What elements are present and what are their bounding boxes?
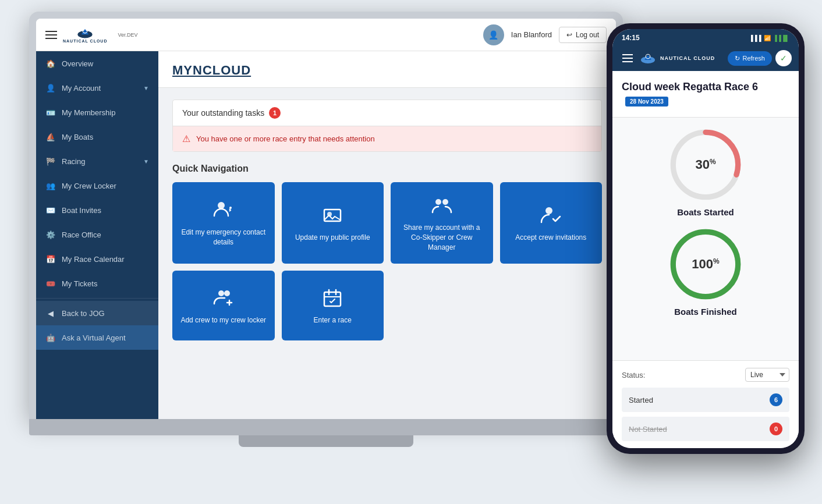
sidebar-item-my-tickets[interactable]: 🎟️ My Tickets	[36, 271, 158, 296]
phone-race-header: Cloud week Regatta Race 6 28 Nov 2023	[612, 71, 799, 118]
sidebar-item-my-account[interactable]: 👤 My Account ▼	[36, 76, 158, 100]
ticket-icon: 🎟️	[45, 278, 56, 289]
person-check-icon	[539, 204, 562, 227]
svg-point-2	[218, 202, 225, 209]
sidebar-item-boat-invites[interactable]: ✉️ Boat Invites	[36, 198, 158, 222]
hamburger-icon[interactable]	[45, 31, 57, 39]
logout-label: Log out	[576, 31, 599, 39]
sidebar-divider	[36, 298, 158, 299]
svg-point-8	[545, 207, 552, 214]
svg-rect-12	[622, 54, 633, 55]
phone-hamburger-icon[interactable]	[619, 50, 636, 66]
not-started-label: Not Started	[629, 425, 667, 434]
laptop-screen: NAUTICAL CLOUD Ver.DEV 👤 Ian Blanford ↩ …	[36, 19, 616, 419]
edit-emergency-label: Edit my emergency contact details	[179, 228, 268, 247]
sidebar: 🏠 Overview 👤 My Account ▼ 🪪 My Membershi…	[36, 51, 158, 419]
sidebar-item-my-membership[interactable]: 🪪 My Membership	[36, 100, 158, 125]
version-badge: Ver.DEV	[118, 32, 137, 38]
quick-nav-card-edit-emergency[interactable]: Edit my emergency contact details	[172, 182, 275, 264]
status-select[interactable]: Live Finished	[745, 368, 789, 382]
quick-nav-card-add-crew[interactable]: Add crew to my crew locker	[172, 271, 275, 340]
person-icon: 👤	[45, 83, 56, 93]
svg-point-10	[224, 290, 230, 296]
app-topbar: NAUTICAL CLOUD Ver.DEV 👤 Ian Blanford ↩ …	[36, 19, 616, 51]
phone-content: Cloud week Regatta Race 6 28 Nov 2023	[612, 71, 799, 360]
quick-nav-title: Quick Navigation	[172, 164, 602, 174]
phone-refresh-button[interactable]: ↻ Refresh	[728, 51, 772, 66]
laptop-mockup: NAUTICAL CLOUD Ver.DEV 👤 Ian Blanford ↩ …	[29, 12, 623, 466]
boats-finished-pct: 100%	[692, 257, 719, 272]
not-started-row: Not Started 0	[622, 417, 789, 441]
alert-row: ⚠ You have one or more race entry that n…	[173, 126, 601, 151]
sidebar-item-racing[interactable]: 🏁 Racing ▼	[36, 149, 158, 173]
robot-icon: 🤖	[45, 332, 56, 343]
phone-inner: 14:15 ▐▐▐ 📶 ▐▐▐▌ NAUTICAL CLOUD	[612, 29, 799, 448]
sidebar-my-crew-locker-label: My Crew Locker	[62, 182, 149, 190]
sidebar-ask-virtual-agent-label: Ask a Virtual Agent	[62, 333, 149, 342]
phone-logo-text: NAUTICAL CLOUD	[660, 55, 715, 61]
logo-text: NAUTICAL CLOUD	[63, 39, 107, 43]
race-title-text: Cloud week Regatta Race 6	[622, 81, 758, 93]
enter-race-label: Enter a race	[314, 315, 352, 325]
boats-started-label: Boats Started	[677, 207, 734, 217]
phone-nav-bar: NAUTICAL CLOUD ↻ Refresh ✓	[612, 45, 799, 71]
card-icon: 🪪	[45, 107, 56, 118]
tasks-header: Your outstanding tasks 1	[173, 100, 601, 126]
logout-icon: ↩	[566, 31, 572, 39]
refresh-icon: ↻	[735, 55, 740, 62]
started-count-badge: 6	[770, 393, 782, 406]
sidebar-item-ask-virtual-agent[interactable]: 🤖 Ask a Virtual Agent	[36, 325, 158, 350]
phone-stats: 30% Boats Started 100% Boats Finishe	[612, 118, 799, 326]
sidebar-my-race-calendar-label: My Race Calendar	[62, 255, 149, 264]
phone-mockup: 14:15 ▐▐▐ 📶 ▐▐▐▌ NAUTICAL CLOUD	[607, 23, 805, 454]
warning-icon: ⚠	[182, 133, 190, 144]
status-icons: ▐▐▐ 📶 ▐▐▐▌	[749, 35, 789, 41]
people-add-icon	[212, 286, 235, 310]
phone-nav-actions: ↻ Refresh ✓	[728, 50, 792, 66]
svg-point-7	[442, 199, 448, 205]
sidebar-item-my-race-calendar[interactable]: 📅 My Race Calendar	[36, 247, 158, 271]
sidebar-race-office-label: Race Office	[62, 230, 149, 239]
sidebar-overview-label: Overview	[62, 59, 149, 68]
phone-nav-logo: NAUTICAL CLOUD	[619, 50, 715, 66]
sidebar-item-back-to-jog[interactable]: ◀ Back to JOG	[36, 301, 158, 325]
svg-rect-13	[622, 58, 633, 59]
sidebar-item-overview[interactable]: 🏠 Overview	[36, 51, 158, 76]
logout-button[interactable]: ↩ Log out	[559, 27, 607, 43]
svg-point-3	[229, 207, 232, 209]
sidebar-racing-label: Racing	[62, 157, 137, 166]
chevron-down-icon: ▼	[143, 85, 149, 91]
quick-nav-card-enter-race[interactable]: Enter a race	[282, 271, 384, 340]
svg-rect-14	[622, 61, 633, 62]
quick-nav-card-share-account[interactable]: Share my account with a Co-Skipper or Cr…	[391, 182, 493, 264]
calendar-icon: 📅	[45, 254, 56, 264]
mail-icon: ✉️	[45, 205, 56, 215]
svg-point-6	[435, 199, 441, 205]
sidebar-item-race-office[interactable]: ⚙️ Race Office	[36, 222, 158, 247]
calendar-edit-icon	[321, 286, 344, 310]
quick-nav-section: Quick Navigation	[172, 164, 602, 340]
race-date-badge: 28 Nov 2023	[625, 97, 668, 107]
phone-time: 14:15	[622, 34, 640, 42]
home-icon: 🏠	[45, 58, 56, 69]
sidebar-back-to-jog-label: Back to JOG	[62, 309, 149, 318]
laptop-body: NAUTICAL CLOUD Ver.DEV 👤 Ian Blanford ↩ …	[29, 12, 623, 419]
quick-nav-card-update-profile[interactable]: Update my public profile	[282, 182, 384, 264]
back-icon: ◀	[45, 308, 56, 318]
signal-icon: ▐▐▐	[749, 35, 761, 41]
phone-person-icon	[212, 198, 235, 222]
boat-icon: ⛵	[45, 132, 56, 142]
sidebar-item-my-boats[interactable]: ⛵ My Boats	[36, 125, 158, 149]
tasks-label: Your outstanding tasks	[182, 108, 264, 118]
add-crew-label: Add crew to my crew locker	[180, 315, 266, 325]
sidebar-my-account-label: My Account	[62, 84, 137, 93]
quick-nav-card-accept-crew[interactable]: Accept crew invitations	[500, 182, 603, 264]
sidebar-my-membership-label: My Membership	[62, 108, 149, 117]
started-label: Started	[629, 396, 653, 404]
svg-point-9	[218, 290, 224, 296]
wifi-icon: 📶	[764, 35, 771, 41]
refresh-label: Refresh	[742, 55, 765, 62]
main-body: Your outstanding tasks 1 ⚠ You have one …	[158, 88, 616, 352]
sidebar-item-my-crew-locker[interactable]: 👥 My Crew Locker	[36, 173, 158, 198]
boats-started-circle: 30%	[668, 127, 743, 203]
